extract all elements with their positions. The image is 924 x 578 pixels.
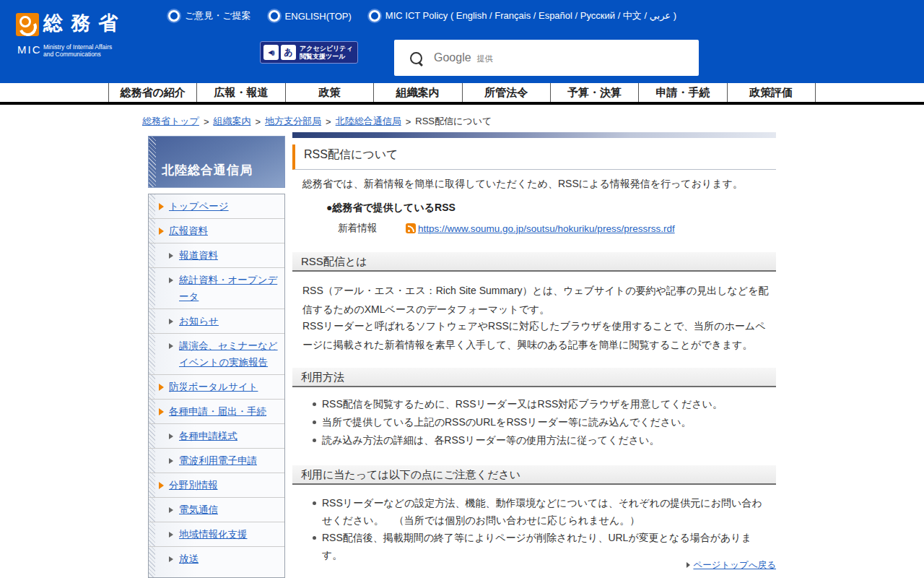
english-top-link[interactable]: ENGLISH(TOP) bbox=[269, 10, 352, 22]
circle-icon bbox=[269, 10, 280, 22]
sidebar-item-broadcasting[interactable]: 放送 bbox=[149, 546, 284, 571]
intro-paragraph: 総務省では、新着情報を簡単に取得していただくため、RSSによる情報発信を行ってお… bbox=[302, 178, 772, 191]
sidebar-item-info-by-field[interactable]: 分野別情報 bbox=[149, 473, 284, 497]
sidebar-item-telecommunications[interactable]: 電気通信 bbox=[149, 497, 284, 522]
bullet-item: RSS配信後、掲載期間の終了等によりページが削除されたり、URLが変更となる場合… bbox=[310, 529, 772, 564]
sidebar-item-statistics-open-data[interactable]: 統計資料・オープンデータ bbox=[149, 267, 284, 309]
sidebar-item-regional-informatization[interactable]: 地域情報化支援 bbox=[149, 522, 284, 546]
nav-item-budget[interactable]: 予算・決算 bbox=[550, 83, 638, 102]
logo-ministry-name: 総務省 bbox=[43, 10, 126, 36]
accessibility-label-line2: 閲覧支援ツール bbox=[300, 53, 353, 61]
bullet-item: RSS配信を閲覧するために、RSSリーダー又はRSS対応ブラウザを用意してくださ… bbox=[310, 395, 772, 413]
sidebar-item-disaster-portal[interactable]: 防災ポータルサイト bbox=[149, 374, 284, 399]
sidebar-item-label[interactable]: 統計資料・オープンデータ bbox=[179, 275, 277, 302]
nav-item-policy[interactable]: 政策 bbox=[285, 83, 373, 102]
accessibility-label-line1: アクセシビリティ bbox=[300, 45, 353, 53]
nav-item-applications[interactable]: 申請・手続 bbox=[638, 83, 726, 102]
breadcrumb-link-organization[interactable]: 組織案内 bbox=[214, 115, 251, 128]
sidebar-item-applications-procedures[interactable]: 各種申請・届出・手続 bbox=[149, 399, 284, 423]
accessibility-a-icon: あ bbox=[281, 45, 296, 60]
search-icon bbox=[410, 52, 422, 64]
sidebar-menu: トップページ 広報資料 報道資料 統計資料・オープンデータ お知らせ 講演会、セ… bbox=[148, 194, 285, 578]
breadcrumb: 総務省トップ > 組織案内 > 地方支分部局 > 北陸総合通信局 > RSS配信… bbox=[142, 115, 492, 128]
sidebar-item-label[interactable]: トップページ bbox=[169, 201, 229, 212]
circle-icon bbox=[369, 10, 380, 22]
sidebar-item-press-materials[interactable]: 報道資料 bbox=[149, 243, 284, 267]
sidebar-item-label[interactable]: 各種申請・届出・手続 bbox=[169, 406, 266, 417]
sidebar-item-label[interactable]: お知らせ bbox=[179, 316, 219, 327]
rss-feed-url-link[interactable]: https://www.soumu.go.jp/soutsu/hokuriku/… bbox=[418, 223, 675, 234]
rss-feed-label: 新着情報 bbox=[338, 222, 377, 235]
english-top-link-label: ENGLISH(TOP) bbox=[285, 11, 352, 22]
site-header: MIC 総務省 Ministry of Internal Affairs and… bbox=[0, 0, 924, 81]
sidebar-item-label[interactable]: 電気通信 bbox=[179, 504, 218, 515]
breadcrumb-link-hokuriku-bureau[interactable]: 北陸総合通信局 bbox=[336, 115, 401, 128]
bullet-item: RSSリーダーなどの設定方法、機能、動作環境などについては、それぞれの提供元にお… bbox=[310, 494, 772, 529]
arrow-right-icon bbox=[169, 319, 173, 324]
sidebar-item-label[interactable]: 電波利用電子申請 bbox=[179, 455, 257, 466]
sidebar-menu-list: トップページ 広報資料 報道資料 統計資料・オープンデータ お知らせ 講演会、セ… bbox=[149, 194, 284, 571]
arrow-right-icon bbox=[687, 562, 690, 568]
logo-ball-icon bbox=[19, 16, 31, 27]
sidebar-item-label[interactable]: 報道資料 bbox=[179, 250, 218, 261]
breadcrumb-link-home[interactable]: 総務省トップ bbox=[142, 115, 199, 128]
sidebar-header: 北陸総合通信局 bbox=[148, 136, 285, 188]
arrow-right-icon bbox=[169, 507, 173, 513]
mic-ict-policy-link-label: MIC ICT Policy ( English / Français / Es… bbox=[385, 9, 676, 22]
nav-item-policy-evaluation[interactable]: 政策評価 bbox=[727, 83, 816, 102]
sidebar-item-top-page[interactable]: トップページ bbox=[149, 194, 284, 218]
global-nav: 総務省の紹介 広報・報道 政策 組織案内 所管法令 予算・決算 申請・手続 政策… bbox=[0, 81, 924, 105]
feedback-link[interactable]: ご意見・ご提案 bbox=[168, 9, 251, 22]
search-placeholder-provider: 提供 bbox=[477, 53, 493, 64]
mic-ict-policy-link[interactable]: MIC ICT Policy ( English / Français / Es… bbox=[369, 9, 676, 22]
sidebar-item-radio-e-application[interactable]: 電波利用電子申請 bbox=[149, 448, 284, 473]
speaker-icon: ◀)) bbox=[263, 45, 279, 60]
breadcrumb-separator: > bbox=[326, 116, 331, 127]
circle-icon bbox=[168, 10, 180, 22]
sidebar-item-label[interactable]: 講演会、セミナーなどイベントの実施報告 bbox=[179, 340, 278, 368]
arrow-right-icon bbox=[169, 532, 173, 538]
sidebar-item-pr-materials[interactable]: 広報資料 bbox=[149, 218, 284, 243]
usage-bullet-list: RSS配信を閲覧するために、RSSリーダー又はRSS対応ブラウザを用意してくださ… bbox=[310, 395, 772, 449]
content-decor-bar bbox=[292, 132, 776, 138]
arrow-right-icon bbox=[169, 458, 173, 464]
arrow-right-icon bbox=[169, 277, 173, 283]
sidebar-item-label[interactable]: 分野別情報 bbox=[169, 480, 218, 491]
accessibility-tool-button[interactable]: ◀)) あ アクセシビリティ 閲覧支援ツール bbox=[260, 41, 358, 64]
sidebar-item-application-forms[interactable]: 各種申請様式 bbox=[149, 423, 284, 448]
nav-item-about[interactable]: 総務省の紹介 bbox=[108, 83, 196, 102]
logo-english-line2: and Communications bbox=[43, 51, 112, 58]
rss-feed-icon bbox=[406, 223, 416, 233]
breadcrumb-separator: > bbox=[256, 116, 261, 127]
nav-item-public-relations[interactable]: 広報・報道 bbox=[196, 83, 284, 102]
nav-item-laws[interactable]: 所管法令 bbox=[462, 83, 550, 102]
sidebar-item-label[interactable]: 放送 bbox=[179, 553, 199, 564]
rss-provided-heading: ●総務省で提供しているRSS bbox=[326, 202, 810, 215]
sidebar-item-label[interactable]: 各種申請様式 bbox=[179, 431, 237, 441]
sidebar-item-notices[interactable]: お知らせ bbox=[149, 309, 284, 333]
feedback-link-label: ご意見・ご提案 bbox=[185, 9, 251, 22]
sidebar-title: 北陸総合通信局 bbox=[162, 162, 253, 178]
breadcrumb-separator: > bbox=[406, 116, 411, 127]
arrow-right-icon bbox=[169, 343, 173, 349]
page-title: RSS配信について bbox=[292, 144, 776, 170]
arrow-right-icon bbox=[169, 556, 173, 562]
back-to-top-link[interactable]: ページトップへ戻る bbox=[693, 560, 776, 570]
mic-logo[interactable]: MIC 総務省 Ministry of Internal Affairs and… bbox=[16, 12, 175, 69]
global-nav-items: 総務省の紹介 広報・報道 政策 組織案内 所管法令 予算・決算 申請・手続 政策… bbox=[108, 83, 816, 102]
arrow-right-icon bbox=[159, 384, 164, 391]
breadcrumb-link-regional-bureaus[interactable]: 地方支分部局 bbox=[265, 115, 321, 128]
cautions-bullet-list: RSSリーダーなどの設定方法、機能、動作環境などについては、それぞれの提供元にお… bbox=[310, 494, 772, 564]
search-placeholder-brand: Google bbox=[434, 51, 471, 64]
breadcrumb-separator: > bbox=[204, 116, 209, 127]
sidebar-item-label[interactable]: 地域情報化支援 bbox=[179, 529, 248, 540]
logo-english-line1: Ministry of Internal Affairs bbox=[43, 43, 112, 51]
sidebar-item-label[interactable]: 防災ポータルサイト bbox=[169, 381, 258, 392]
section-heading-cautions: 利用に当たっては以下の点にご注意ください bbox=[292, 465, 776, 485]
arrow-right-icon bbox=[159, 482, 164, 489]
nav-item-organization[interactable]: 組織案内 bbox=[373, 83, 461, 102]
accessibility-tool-label: アクセシビリティ 閲覧支援ツール bbox=[300, 45, 353, 60]
search-input[interactable]: Google 提供 bbox=[394, 40, 699, 76]
sidebar-item-label[interactable]: 広報資料 bbox=[169, 225, 208, 236]
sidebar-item-event-reports[interactable]: 講演会、セミナーなどイベントの実施報告 bbox=[149, 333, 284, 374]
